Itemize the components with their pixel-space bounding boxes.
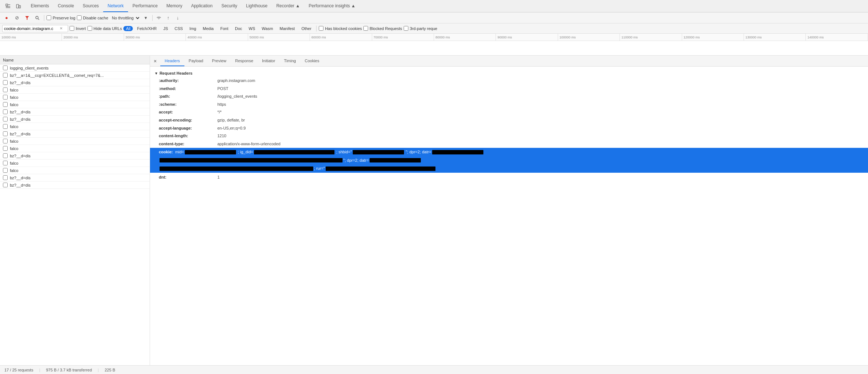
close-button[interactable]: × (151, 57, 159, 65)
preserve-log-label[interactable]: Preserve log (46, 15, 75, 20)
tab-lighthouse[interactable]: Lighthouse (242, 0, 272, 12)
blocked-requests-checkbox[interactable] (363, 26, 368, 31)
svg-point-7 (36, 16, 38, 19)
filter-type-ws[interactable]: WS (246, 26, 258, 31)
list-item[interactable]: falco (0, 101, 150, 108)
list-item[interactable]: falco (0, 167, 150, 174)
invert-label[interactable]: Invert (70, 26, 86, 31)
list-item[interactable]: bz?__d=dis (0, 79, 150, 86)
request-checkbox[interactable] (3, 161, 8, 165)
list-item[interactable]: falco (0, 145, 150, 152)
devtools-icons (3, 1, 23, 11)
tab-security[interactable]: Security (217, 0, 242, 12)
list-item[interactable]: bz?__d=dis (0, 182, 150, 189)
list-item[interactable]: bz?__d=dis (0, 108, 150, 116)
list-item[interactable]: bz?__a=1&__ccg=EXCELLENT&__comet_req=7&.… (0, 72, 150, 79)
export-icon[interactable]: ↓ (174, 14, 182, 22)
request-checkbox[interactable] (3, 124, 8, 129)
header-row-dnt: dnt: 1 (150, 173, 868, 182)
disable-cache-checkbox[interactable] (77, 15, 82, 20)
request-checkbox[interactable] (3, 73, 8, 78)
device-toolbar-icon[interactable] (13, 1, 23, 11)
tab-performance-insights[interactable]: Performance insights ▲ (304, 0, 360, 12)
tab-elements[interactable]: Elements (26, 0, 53, 12)
detail-tab-headers[interactable]: Headers (160, 56, 184, 66)
list-item[interactable]: falco (0, 138, 150, 145)
detail-tab-initiator[interactable]: Initiator (258, 56, 280, 66)
detail-tab-response[interactable]: Response (231, 56, 258, 66)
throttle-dropdown-icon[interactable]: ▾ (142, 14, 150, 22)
detail-tab-payload[interactable]: Payload (184, 56, 208, 66)
request-checkbox[interactable] (3, 153, 8, 158)
detail-tab-cookies[interactable]: Cookies (300, 56, 324, 66)
request-headers-section[interactable]: ▼ Request Headers (150, 70, 868, 77)
record-button[interactable]: ● (2, 14, 11, 22)
hide-data-urls-checkbox[interactable] (87, 26, 92, 31)
filter-clear-button[interactable]: ✕ (60, 26, 63, 30)
tab-network[interactable]: Network (103, 0, 128, 12)
filter-type-doc[interactable]: Doc (232, 26, 245, 31)
filter-input[interactable] (4, 26, 59, 31)
stop-button[interactable]: ⊘ (12, 14, 21, 22)
request-checkbox[interactable] (3, 95, 8, 100)
list-item[interactable]: bz?__d=dis (0, 174, 150, 182)
request-checkbox[interactable] (3, 66, 8, 70)
inspect-element-icon[interactable] (3, 1, 13, 11)
has-blocked-cookies-checkbox[interactable] (319, 26, 323, 31)
filter-type-wasm[interactable]: Wasm (259, 26, 276, 31)
filter-type-other[interactable]: Other (299, 26, 314, 31)
3rd-party-checkbox[interactable] (404, 26, 408, 31)
wifi-icon[interactable] (155, 14, 163, 22)
invert-checkbox[interactable] (70, 26, 74, 31)
filter-type-manifest[interactable]: Manifest (277, 26, 298, 31)
request-checkbox[interactable] (3, 117, 8, 121)
detail-tab-preview[interactable]: Preview (207, 56, 231, 66)
list-item[interactable]: logging_client_events (0, 64, 150, 72)
request-checkbox[interactable] (3, 87, 8, 92)
blocked-requests-label[interactable]: Blocked Requests (363, 26, 402, 31)
list-item[interactable]: falco (0, 86, 150, 94)
list-item[interactable]: falco (0, 123, 150, 130)
tab-sources[interactable]: Sources (78, 0, 103, 12)
tab-console[interactable]: Console (53, 0, 78, 12)
list-item[interactable]: bz?__d=dis (0, 152, 150, 160)
list-item[interactable]: falco (0, 94, 150, 101)
3rd-party-label[interactable]: 3rd-party reque (404, 26, 437, 31)
request-checkbox[interactable] (3, 131, 8, 136)
request-checkbox[interactable] (3, 102, 8, 107)
request-checkbox[interactable] (3, 168, 8, 173)
filter-type-js[interactable]: JS (161, 26, 171, 31)
detail-tabs: × Headers Payload Preview Response Initi… (150, 56, 868, 67)
tab-application[interactable]: Application (187, 0, 217, 12)
list-item[interactable]: bz?__d=dis (0, 116, 150, 123)
request-checkbox[interactable] (3, 139, 8, 143)
header-row-content-type: content-type: application/x-www-form-url… (150, 140, 868, 148)
search-icon[interactable] (33, 14, 42, 22)
filter-type-font[interactable]: Font (218, 26, 231, 31)
filter-type-css[interactable]: CSS (172, 26, 186, 31)
throttle-select[interactable]: No throttling Fast 3G Slow 3G Offline (110, 15, 141, 20)
disable-cache-label[interactable]: Disable cache (77, 15, 108, 20)
request-checkbox[interactable] (3, 80, 8, 85)
filter-type-all[interactable]: All (123, 26, 133, 31)
has-blocked-cookies-label[interactable]: Has blocked cookies (319, 26, 362, 31)
tab-memory[interactable]: Memory (162, 0, 187, 12)
filter-type-img[interactable]: Img (187, 26, 199, 31)
preserve-log-checkbox[interactable] (46, 15, 51, 20)
hide-data-urls-label[interactable]: Hide data URLs (87, 26, 122, 31)
filter-type-fetch-xhr[interactable]: Fetch/XHR (134, 26, 159, 31)
status-transferred: 975 B / 3.7 kB transferred (46, 368, 92, 372)
tab-recorder[interactable]: Recorder ▲ (272, 0, 304, 12)
detail-tab-timing[interactable]: Timing (280, 56, 300, 66)
list-item[interactable]: bz?__d=dis (0, 130, 150, 138)
request-checkbox[interactable] (3, 175, 8, 180)
filter-icon[interactable] (23, 14, 31, 22)
import-icon[interactable]: ↑ (164, 14, 172, 22)
tab-performance[interactable]: Performance (128, 0, 162, 12)
header-row-accept-language: accept-language: en-US,en;q=0.9 (150, 124, 868, 132)
request-checkbox[interactable] (3, 109, 8, 114)
request-checkbox[interactable] (3, 146, 8, 151)
filter-type-media[interactable]: Media (200, 26, 216, 31)
list-item[interactable]: falco (0, 160, 150, 167)
request-checkbox[interactable] (3, 183, 8, 187)
